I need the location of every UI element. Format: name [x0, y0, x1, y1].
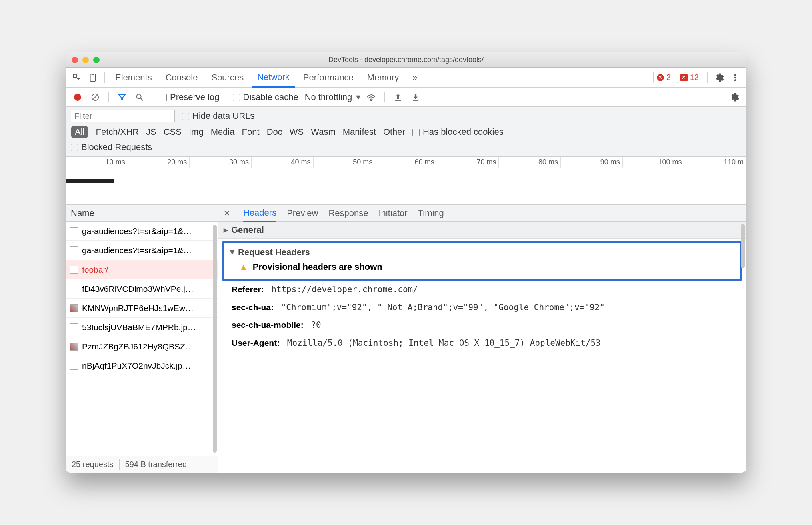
request-name: 53IuclsjUVBaBME7MPRb.jp…	[82, 323, 196, 332]
filter-icon[interactable]	[115, 90, 129, 104]
has-blocked-cookies-checkbox[interactable]: Has blocked cookies	[412, 127, 504, 137]
hide-data-urls-label: Hide data URLs	[192, 111, 254, 121]
request-type-icon	[70, 285, 78, 293]
request-row[interactable]: foobar/	[66, 260, 218, 279]
type-filter-img[interactable]: Img	[189, 127, 204, 137]
hide-data-urls-checkbox[interactable]: Hide data URLs	[182, 111, 254, 121]
request-row[interactable]: KMNWpnRJTP6eHJs1wEw…	[66, 299, 218, 318]
detail-tab-timing[interactable]: Timing	[418, 205, 444, 222]
header-key: User-Agent:	[232, 338, 280, 347]
blocked-requests-checkbox[interactable]: Blocked Requests	[71, 142, 152, 152]
section-request-headers-label: Request Headers	[238, 247, 310, 258]
separator	[104, 72, 105, 83]
header-entry: Referer: https://developer.chrome.com/	[218, 281, 746, 299]
tab-memory[interactable]: Memory	[362, 68, 404, 88]
type-filter-font[interactable]: Font	[242, 127, 260, 137]
download-har-icon[interactable]	[409, 90, 422, 104]
detail-tab-initiator[interactable]: Initiator	[378, 205, 407, 222]
request-count: 25 requests	[66, 460, 119, 469]
disclosure-triangle-icon: ▶	[224, 227, 228, 233]
detail-tab-headers[interactable]: Headers	[243, 205, 276, 222]
tab-performance[interactable]: Performance	[298, 68, 359, 88]
detail-tab-response[interactable]: Response	[328, 205, 368, 222]
detail-tab-preview[interactable]: Preview	[287, 205, 318, 222]
transferred-size: 594 B transferred	[120, 460, 193, 469]
header-value: ?0	[306, 320, 321, 330]
tab-console[interactable]: Console	[160, 68, 204, 88]
header-entry: sec-ch-ua: "Chromium";v="92", " Not A;Br…	[218, 299, 746, 317]
type-filter-js[interactable]: JS	[146, 127, 156, 137]
disable-cache-label: Disable cache	[243, 92, 298, 102]
request-name: KMNWpnRJTP6eHJs1wEw…	[82, 303, 194, 313]
device-toggle-icon[interactable]	[86, 71, 100, 84]
tab-network[interactable]: Network	[252, 68, 295, 88]
status-bar: 25 requests 594 B transferred	[66, 456, 218, 473]
request-name: fD43v6RiVCDlmo3WhVPe.j…	[82, 284, 194, 294]
svg-point-4	[734, 79, 736, 81]
settings-icon[interactable]	[712, 71, 726, 84]
type-filter-ws[interactable]: WS	[290, 127, 304, 137]
error-circle-icon: ✕	[657, 74, 664, 81]
request-type-icon	[70, 227, 78, 235]
section-general[interactable]: ▶ General	[218, 222, 746, 239]
type-filter-all[interactable]: All	[71, 126, 88, 138]
request-list[interactable]: ga-audiences?t=sr&aip=1&…ga-audiences?t=…	[66, 222, 218, 456]
request-row[interactable]: 53IuclsjUVBaBME7MPRb.jp…	[66, 318, 218, 337]
svg-line-8	[141, 98, 143, 100]
timeline-tick: 90 ms	[561, 157, 623, 168]
search-icon[interactable]	[133, 90, 146, 104]
filter-input[interactable]	[71, 110, 175, 122]
column-header-name[interactable]: Name	[66, 205, 218, 222]
type-filter-fetch-xhr[interactable]: Fetch/XHR	[96, 127, 139, 137]
warning-icon: ▲	[239, 262, 248, 272]
provisional-warning: ▲ Provisional headers are shown	[230, 262, 734, 272]
error-count-value: 12	[690, 73, 699, 82]
error-count-circle[interactable]: ✕ 2	[653, 72, 674, 83]
preserve-log-checkbox[interactable]: Preserve log	[160, 92, 220, 102]
type-filter-manifest[interactable]: Manifest	[343, 127, 376, 137]
kebab-menu-icon[interactable]	[728, 71, 742, 84]
devtools-window: DevTools - developer.chrome.com/tags/dev…	[66, 52, 746, 473]
scrollbar[interactable]	[741, 224, 745, 268]
more-tabs-button[interactable]: »	[407, 68, 423, 88]
detail-body: ▶ General ▶ Request Headers ▲ Provisiona…	[218, 222, 746, 473]
network-settings-icon[interactable]	[728, 90, 741, 104]
network-conditions-icon[interactable]	[364, 90, 378, 104]
disable-cache-checkbox[interactable]: Disable cache	[233, 92, 298, 102]
upload-har-icon[interactable]	[391, 90, 405, 104]
title-bar: DevTools - developer.chrome.com/tags/dev…	[66, 52, 746, 68]
disclosure-triangle-icon: ▶	[230, 250, 236, 255]
header-value: Mozilla/5.0 (Macintosh; Intel Mac OS X 1…	[282, 338, 601, 348]
record-button[interactable]	[71, 90, 84, 104]
clear-icon[interactable]	[88, 90, 102, 104]
highlight-box: ▶ Request Headers ▲ Provisional headers …	[222, 241, 742, 281]
request-row[interactable]: fD43v6RiVCDlmo3WhVPe.j…	[66, 279, 218, 299]
header-entry: User-Agent: Mozilla/5.0 (Macintosh; Inte…	[218, 334, 746, 352]
has-blocked-cookies-label: Has blocked cookies	[423, 127, 504, 137]
timeline-overview[interactable]: 10 ms20 ms30 ms40 ms50 ms60 ms70 ms80 ms…	[66, 157, 746, 205]
timeline-tick: 70 ms	[437, 157, 499, 168]
error-count-square[interactable]: ✕ 12	[677, 72, 702, 83]
filter-bar: Hide data URLs AllFetch/XHRJSCSSImgMedia…	[66, 107, 746, 157]
tab-elements[interactable]: Elements	[110, 68, 158, 88]
type-filter-other[interactable]: Other	[383, 127, 405, 137]
timeline-tick: 30 ms	[190, 157, 252, 168]
scrollbar[interactable]	[213, 225, 217, 453]
close-detail-icon[interactable]: ✕	[224, 208, 230, 218]
timeline-tick: 80 ms	[499, 157, 561, 168]
type-filter-css[interactable]: CSS	[164, 127, 182, 137]
request-row[interactable]: nBjAqf1PuX7O2nvJbJck.jp…	[66, 356, 218, 375]
throttling-select[interactable]: No throttling ▾	[305, 92, 361, 102]
request-row[interactable]: PzmJZBgZBJ612Hy8QBSZ…	[66, 337, 218, 356]
svg-rect-1	[92, 74, 94, 75]
header-key: sec-ch-ua-mobile:	[232, 320, 304, 329]
section-request-headers[interactable]: ▶ Request Headers	[230, 247, 734, 262]
inspect-icon[interactable]	[70, 71, 84, 84]
request-row[interactable]: ga-audiences?t=sr&aip=1&…	[66, 241, 218, 260]
svg-point-9	[371, 100, 372, 101]
type-filter-wasm[interactable]: Wasm	[311, 127, 336, 137]
type-filter-media[interactable]: Media	[211, 127, 235, 137]
tab-sources[interactable]: Sources	[206, 68, 249, 88]
request-row[interactable]: ga-audiences?t=sr&aip=1&…	[66, 222, 218, 241]
type-filter-doc[interactable]: Doc	[267, 127, 282, 137]
